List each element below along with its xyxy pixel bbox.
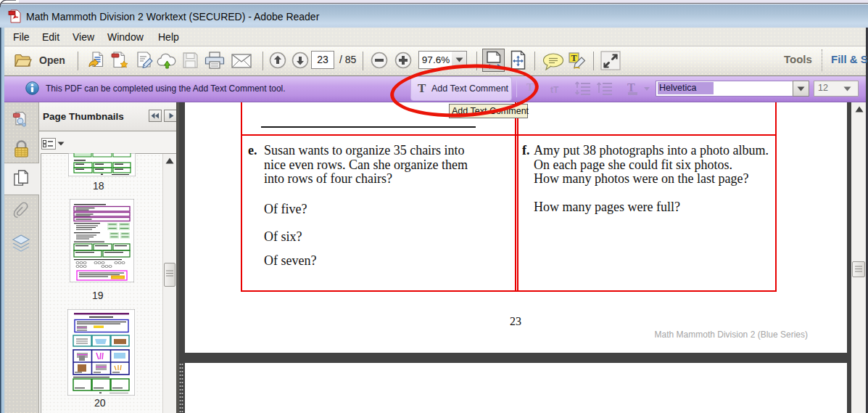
svg-text:T: T xyxy=(627,81,635,94)
svg-text:T: T xyxy=(571,53,577,63)
svg-text:tT: tT xyxy=(550,85,559,95)
